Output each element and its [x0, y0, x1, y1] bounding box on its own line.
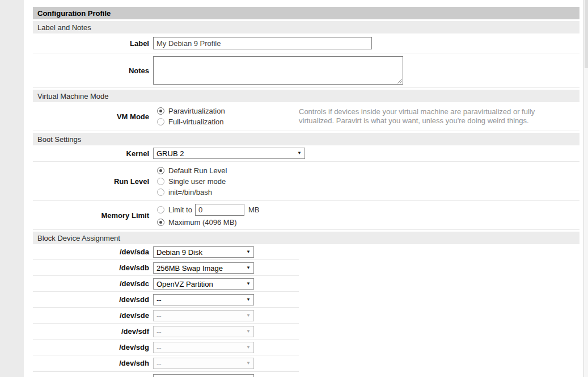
block-device-row-sdd: /dev/sdd -- ▼	[33, 292, 299, 308]
notes-field-label: Notes	[33, 53, 153, 87]
select-dev-sdd[interactable]: -- ▼	[153, 294, 254, 305]
select-value: --	[156, 296, 162, 304]
select-value: Debian 9 Disk	[156, 248, 202, 257]
block-device-row-sde: /dev/sde -- ▼	[33, 308, 299, 324]
select-dev-sdf[interactable]: -- ▼	[153, 326, 254, 337]
dropdown-arrow-icon: ▼	[297, 151, 302, 156]
select-initrd[interactable]: No initrd ▼	[153, 374, 254, 377]
dropdown-arrow-icon: ▼	[246, 329, 251, 334]
configuration-profile-form: Configuration Profile Label and Notes La…	[33, 7, 579, 377]
select-value: --	[156, 344, 162, 352]
vertical-scrollbar[interactable]	[583, 0, 588, 377]
radio-maximum[interactable]	[157, 219, 164, 226]
device-label: /dev/sdh	[33, 355, 153, 371]
radio-init-bin-bash[interactable]	[157, 188, 164, 196]
select-dev-sda[interactable]: Debian 9 Disk ▼	[153, 246, 254, 258]
device-label: /dev/sda	[33, 244, 153, 259]
radio-label[interactable]: Default Run Level	[168, 166, 227, 175]
block-device-row-initrd: initrd No initrd ▼	[33, 372, 299, 377]
vm-mode-help-text: Controls if devices inside your virtual …	[299, 107, 571, 125]
radio-full-virtualization[interactable]	[157, 118, 164, 125]
memory-limit-row: Memory Limit Limit to MB Maximum (4096 M…	[33, 201, 579, 230]
radio-paravirtualization[interactable]	[157, 107, 164, 115]
vm-mode-label: VM Mode	[33, 102, 153, 131]
notes-textarea[interactable]	[153, 56, 403, 85]
device-label: /dev/sdf	[33, 324, 153, 339]
run-level-option-init-bin-bash[interactable]: init=/bin/bash	[153, 187, 579, 198]
select-dev-sdh[interactable]: -- ▼	[153, 358, 254, 369]
label-input[interactable]	[153, 37, 372, 49]
select-value: --	[156, 328, 162, 336]
vm-mode-option-paravirtualization[interactable]: Paravirtualization	[153, 106, 299, 116]
select-dev-sdb[interactable]: 256MB Swap Image ▼	[153, 262, 254, 274]
block-device-row-sdf: /dev/sdf -- ▼	[33, 324, 299, 340]
select-value: --	[156, 312, 162, 320]
dropdown-arrow-icon: ▼	[246, 361, 251, 366]
dropdown-arrow-icon: ▼	[246, 345, 251, 350]
select-dev-sdg[interactable]: -- ▼	[153, 342, 254, 353]
block-device-row-sda: /dev/sda Debian 9 Disk ▼	[33, 244, 299, 260]
run-level-option-single-user[interactable]: Single user mode	[153, 176, 579, 187]
device-label: /dev/sdd	[33, 292, 153, 307]
select-value: --	[156, 359, 162, 368]
left-gutter	[0, 0, 24, 377]
memory-limit-unit: MB	[248, 206, 260, 214]
block-device-row-sdc: /dev/sdc OpenVZ Partition ▼	[33, 276, 299, 292]
section-header-label-and-notes: Label and Notes	[33, 21, 579, 33]
radio-label[interactable]: Limit to	[168, 206, 192, 214]
run-level-row: Run Level Default Run Level Single user …	[33, 162, 579, 201]
dropdown-arrow-icon: ▼	[246, 298, 251, 302]
radio-label[interactable]: Maximum (4096 MB)	[168, 218, 237, 227]
kernel-select-value: GRUB 2	[156, 149, 184, 158]
kernel-label: Kernel	[33, 145, 153, 161]
kernel-select[interactable]: GRUB 2 ▼	[153, 148, 305, 159]
section-header-boot-settings: Boot Settings	[33, 133, 579, 145]
label-row: Label	[33, 33, 579, 53]
label-field-label: Label	[33, 33, 153, 53]
section-header-block-device-assignment: Block Device Assignment	[33, 232, 579, 244]
dropdown-arrow-icon: ▼	[246, 250, 251, 254]
section-header-vm-mode: Virtual Machine Mode	[33, 90, 579, 102]
run-level-option-default[interactable]: Default Run Level	[153, 165, 579, 176]
block-device-row-sdh: /dev/sdh -- ▼	[33, 355, 299, 371]
select-dev-sdc[interactable]: OpenVZ Partition ▼	[153, 278, 254, 290]
radio-default-run-level[interactable]	[157, 167, 164, 174]
run-level-label: Run Level	[33, 162, 153, 200]
memory-limit-input[interactable]	[195, 204, 244, 216]
radio-limit-to[interactable]	[157, 206, 164, 213]
radio-label[interactable]: Full-virtualization	[168, 118, 224, 126]
block-device-row-sdg: /dev/sdg -- ▼	[33, 340, 299, 355]
radio-single-user-mode[interactable]	[157, 178, 164, 185]
vm-mode-option-full-virtualization[interactable]: Full-virtualization	[153, 116, 299, 127]
notes-row: Notes	[33, 53, 579, 88]
device-label: /dev/sde	[33, 308, 153, 323]
radio-label[interactable]: init=/bin/bash	[168, 188, 212, 196]
dropdown-arrow-icon: ▼	[246, 266, 251, 270]
scrollbar-thumb[interactable]	[585, 0, 588, 68]
dropdown-arrow-icon: ▼	[246, 282, 251, 286]
select-value: 256MB Swap Image	[156, 264, 223, 273]
device-label: /dev/sdc	[33, 276, 153, 291]
radio-label[interactable]: Single user mode	[168, 177, 226, 186]
device-label: /dev/sdg	[33, 340, 153, 355]
radio-label[interactable]: Paravirtualization	[168, 107, 225, 115]
kernel-row: Kernel GRUB 2 ▼	[33, 145, 579, 162]
device-label: /dev/sdb	[33, 260, 153, 275]
device-label: initrd	[33, 372, 153, 377]
memory-limit-option-limit-to[interactable]: Limit to MB	[153, 203, 579, 216]
select-value: OpenVZ Partition	[156, 280, 213, 288]
block-device-row-sdb: /dev/sdb 256MB Swap Image ▼	[33, 260, 299, 276]
memory-limit-option-maximum[interactable]: Maximum (4096 MB)	[153, 216, 579, 228]
dropdown-arrow-icon: ▼	[246, 313, 251, 318]
memory-limit-label: Memory Limit	[33, 201, 153, 229]
page-title: Configuration Profile	[33, 7, 579, 19]
vm-mode-row: VM Mode Paravirtualization Full-virtuali…	[33, 102, 579, 131]
select-dev-sde[interactable]: -- ▼	[153, 310, 254, 321]
